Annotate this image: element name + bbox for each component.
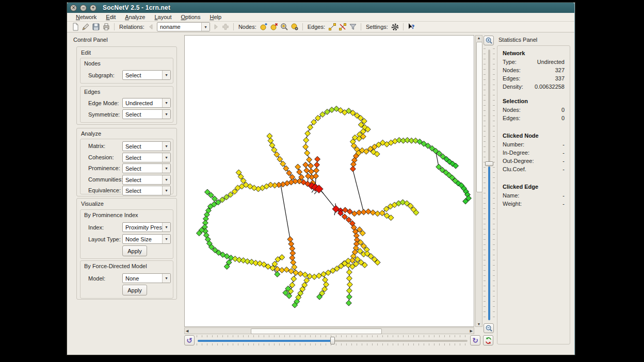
graph-node[interactable] (289, 255, 295, 260)
communities-combobox[interactable]: Select▾ (122, 175, 171, 185)
menu-layout[interactable]: Layout (150, 13, 176, 21)
canvas-horizontal-scrollbar[interactable]: ◀ ▶ (184, 327, 474, 334)
menu-edit[interactable]: Edit (101, 13, 120, 21)
menu-options[interactable]: Options (176, 13, 205, 21)
graph-node[interactable] (307, 157, 312, 162)
subgraph-combobox[interactable]: Select▾ (122, 70, 171, 80)
graph-node[interactable] (292, 264, 297, 270)
remove-edge-icon[interactable] (338, 23, 347, 31)
force-apply-button[interactable]: Apply (122, 285, 147, 295)
zoom-out-button[interactable] (484, 323, 494, 333)
zoom-slider[interactable] (482, 48, 496, 321)
prominence-combobox[interactable]: Select▾ (122, 163, 171, 173)
next-relation-icon[interactable] (211, 23, 220, 31)
graph-node[interactable] (277, 156, 283, 162)
graph-node[interactable] (312, 274, 317, 279)
graph-edge[interactable] (353, 170, 364, 212)
relayout-button[interactable] (483, 335, 493, 345)
graph-node[interactable] (274, 152, 280, 157)
add-relation-icon[interactable] (221, 23, 230, 31)
graph-node[interactable] (304, 168, 310, 173)
graph-node[interactable] (303, 144, 309, 150)
zoom-in-button[interactable] (484, 36, 494, 45)
graph-node[interactable] (303, 137, 309, 143)
horizontal-scroll-thumb[interactable] (251, 328, 382, 334)
menu-analyze[interactable]: Analyze (120, 13, 150, 21)
model-combobox[interactable]: None▾ (122, 273, 171, 283)
add-edge-icon[interactable] (328, 23, 337, 31)
settings-gear-icon[interactable] (391, 23, 400, 31)
graph-node[interactable] (308, 124, 313, 130)
symmetrize-combobox[interactable]: Select▾ (122, 109, 171, 119)
maximize-window-button[interactable]: + (90, 5, 96, 11)
scroll-up-icon[interactable]: ▲ (476, 36, 482, 40)
graph-node[interactable] (314, 168, 319, 173)
graph-node[interactable] (346, 275, 352, 281)
previous-relation-icon[interactable] (147, 23, 156, 31)
graph-node[interactable] (288, 241, 294, 247)
graph-node[interactable] (291, 276, 297, 282)
combo-arrow-icon[interactable]: ▾ (201, 23, 210, 31)
remove-node-icon[interactable] (269, 23, 279, 31)
graph-node[interactable] (295, 164, 301, 170)
graph-node[interactable] (286, 170, 292, 176)
graph-node[interactable] (304, 150, 310, 156)
graph-node[interactable] (280, 161, 286, 167)
graph-node[interactable] (346, 300, 351, 306)
graph-node[interactable] (323, 277, 328, 283)
relations-combobox[interactable]: noname ▾ (157, 22, 210, 31)
graph-node[interactable] (283, 166, 289, 171)
cohesion-combobox[interactable]: Select▾ (122, 153, 171, 162)
rotate-right-button[interactable]: ↻ (470, 335, 480, 345)
save-icon[interactable] (91, 23, 101, 31)
edit-pencil-icon[interactable] (81, 23, 90, 31)
graph-node[interactable] (320, 111, 326, 117)
menu-help[interactable]: Help (205, 13, 226, 21)
add-node-icon[interactable] (259, 23, 268, 31)
graph-node[interactable] (370, 210, 376, 216)
close-window-button[interactable]: ✕ (70, 5, 77, 11)
graph-node[interactable] (346, 294, 352, 300)
matrix-combobox[interactable]: Select▾ (122, 141, 171, 151)
graph-canvas[interactable] (184, 35, 474, 327)
graph-node[interactable] (297, 169, 302, 175)
rotation-slider-handle[interactable] (330, 337, 335, 344)
context-help-icon[interactable]: ? (407, 23, 416, 31)
graph-node[interactable] (346, 269, 352, 275)
graph-node[interactable] (346, 288, 352, 293)
graph-node[interactable] (314, 162, 320, 168)
scroll-down-icon[interactable]: ▼ (476, 322, 482, 326)
prominence-apply-button[interactable]: Apply (122, 245, 147, 256)
vertical-scroll-thumb[interactable] (476, 42, 482, 192)
graph-node[interactable] (309, 169, 314, 174)
graph-node[interactable] (303, 162, 309, 168)
scroll-right-icon[interactable]: ▶ (470, 329, 473, 333)
graph-node[interactable] (347, 282, 352, 287)
scroll-left-icon[interactable]: ◀ (186, 329, 188, 333)
graph-node[interactable] (298, 271, 303, 276)
network-graph[interactable] (185, 36, 474, 326)
graph-node[interactable] (289, 174, 295, 180)
graph-node[interactable] (287, 237, 293, 242)
menu-network[interactable]: Network (71, 13, 101, 21)
find-node-icon[interactable] (280, 23, 289, 31)
equivalence-combobox[interactable]: Select▾ (122, 186, 171, 195)
print-icon[interactable] (102, 23, 111, 31)
canvas-vertical-scrollbar[interactable]: ▲ ▼ (475, 35, 482, 327)
edge-mode-combobox[interactable]: Undirected▾ (122, 98, 171, 108)
graph-node[interactable] (275, 271, 280, 277)
graph-node[interactable] (308, 163, 314, 169)
graph-node[interactable] (350, 166, 356, 172)
zoom-slider-handle[interactable] (485, 161, 493, 166)
graph-edge[interactable] (281, 186, 290, 239)
node-properties-icon[interactable] (290, 23, 299, 31)
index-combobox[interactable]: Proximity Pres▾ (122, 222, 171, 232)
graph-node[interactable] (315, 156, 320, 162)
graph-node[interactable] (267, 133, 272, 139)
rotate-left-button[interactable]: ↺ (184, 335, 195, 345)
filter-edges-icon[interactable] (348, 23, 358, 31)
graph-node[interactable] (305, 130, 311, 136)
graph-node[interactable] (291, 259, 296, 265)
rotation-slider[interactable] (197, 335, 469, 345)
layout-type-combobox[interactable]: Node Size▾ (122, 234, 171, 244)
